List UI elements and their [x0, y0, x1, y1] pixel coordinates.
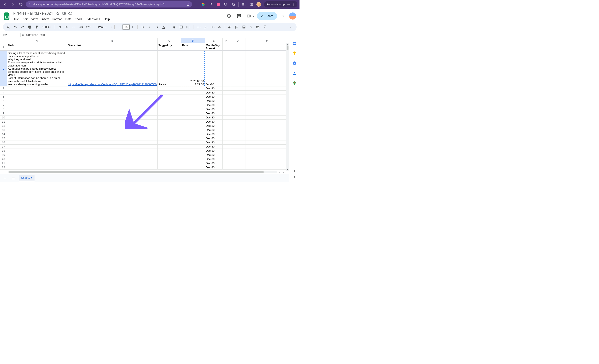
doc-title[interactable]: Fireflies - all tasks-2024	[12, 11, 54, 16]
vertical-scrollbar[interactable]: ▴▾	[286, 43, 289, 171]
column-header-B[interactable]: B	[67, 38, 158, 43]
meet-icon[interactable]	[246, 12, 253, 19]
column-header-D[interactable]: D	[181, 38, 205, 43]
cell[interactable]	[246, 120, 289, 124]
cell[interactable]	[158, 124, 181, 128]
cell[interactable]	[246, 111, 289, 116]
cell[interactable]	[67, 149, 158, 153]
column-header-G[interactable]: G	[230, 38, 246, 43]
cell[interactable]: Dec-30	[205, 165, 222, 169]
keep-icon[interactable]	[292, 51, 297, 55]
cell[interactable]	[181, 144, 205, 149]
sheets-logo-icon[interactable]	[3, 11, 11, 21]
cell[interactable]	[246, 51, 289, 86]
cell[interactable]	[222, 99, 230, 103]
cell[interactable]	[222, 95, 230, 99]
cell[interactable]	[181, 86, 205, 91]
row-header-7[interactable]: 7	[0, 103, 7, 107]
row-header-16[interactable]: 16	[0, 140, 7, 144]
cell[interactable]	[181, 165, 205, 169]
cell[interactable]	[67, 128, 158, 132]
cell[interactable]: Dec-30	[205, 95, 222, 99]
cell[interactable]: Dec-30	[205, 124, 222, 128]
row-header-12[interactable]: 12	[0, 124, 7, 128]
cell[interactable]: Dec-30	[205, 132, 222, 136]
cell[interactable]	[7, 140, 67, 144]
select-all-corner[interactable]	[0, 38, 7, 43]
cell[interactable]	[222, 132, 230, 136]
cell[interactable]	[230, 136, 246, 140]
cell[interactable]	[230, 111, 246, 116]
cell[interactable]	[181, 95, 205, 99]
cell[interactable]: Slack Link	[67, 43, 158, 51]
cell[interactable]	[230, 153, 246, 157]
cell[interactable]	[67, 111, 158, 116]
cell[interactable]	[230, 86, 246, 91]
insert-chart-icon[interactable]	[241, 24, 247, 30]
merge-cells-icon[interactable]: ▾	[185, 24, 191, 30]
cell[interactable]	[158, 116, 181, 120]
cell[interactable]	[246, 86, 289, 91]
cell[interactable]	[222, 124, 230, 128]
text-wrap-icon[interactable]: ▾	[210, 24, 215, 30]
cell[interactable]	[7, 107, 67, 111]
cell[interactable]	[7, 99, 67, 103]
fill-color-icon[interactable]	[171, 24, 177, 30]
row-header-14[interactable]: 14	[0, 132, 7, 136]
cell[interactable]	[158, 107, 181, 111]
cell[interactable]	[7, 103, 67, 107]
undo-icon[interactable]	[12, 24, 18, 30]
cell[interactable]	[7, 144, 67, 149]
cell[interactable]	[181, 153, 205, 157]
cell[interactable]	[181, 91, 205, 95]
cell[interactable]	[7, 149, 67, 153]
cell[interactable]	[222, 116, 230, 120]
cell[interactable]: Date	[181, 43, 205, 51]
cell[interactable]	[181, 140, 205, 144]
cell[interactable]	[67, 95, 158, 99]
star-icon[interactable]	[56, 11, 60, 15]
search-menus-icon[interactable]	[5, 24, 11, 30]
cell[interactable]: Dec-30	[205, 157, 222, 161]
cell[interactable]	[230, 161, 246, 165]
cell[interactable]	[230, 116, 246, 120]
cell[interactable]	[246, 132, 289, 136]
cell[interactable]	[222, 86, 230, 91]
row-header-20[interactable]: 20	[0, 157, 7, 161]
functions-icon[interactable]: Σ	[262, 24, 268, 30]
cell[interactable]	[7, 111, 67, 116]
cell[interactable]	[246, 144, 289, 149]
cell[interactable]	[230, 165, 246, 169]
cell[interactable]	[7, 161, 67, 165]
cell[interactable]	[222, 144, 230, 149]
cell[interactable]	[7, 165, 67, 169]
cell[interactable]	[222, 91, 230, 95]
cell[interactable]	[158, 153, 181, 157]
cell[interactable]	[230, 91, 246, 95]
cell[interactable]: Tagged by	[158, 43, 181, 51]
cell[interactable]	[246, 124, 289, 128]
cell[interactable]	[222, 165, 230, 169]
cell[interactable]	[246, 43, 289, 51]
menu-view[interactable]: View	[30, 17, 39, 22]
calendar-icon[interactable]: 31	[292, 41, 297, 45]
cell[interactable]	[181, 124, 205, 128]
cell[interactable]	[230, 157, 246, 161]
cell[interactable]	[246, 91, 289, 95]
cell[interactable]: Pallav	[158, 51, 181, 86]
cell[interactable]	[230, 95, 246, 99]
row-header-22[interactable]: 22	[0, 165, 7, 169]
cell[interactable]: Month-Day Format	[205, 43, 222, 51]
cell[interactable]	[230, 51, 246, 86]
row-header-19[interactable]: 19	[0, 153, 7, 157]
spreadsheet-grid[interactable]: ABCDEFGH1TaskSlack LinkTagged byDateMont…	[0, 38, 289, 173]
cell[interactable]	[222, 136, 230, 140]
cell[interactable]	[158, 128, 181, 132]
menu-data[interactable]: Data	[64, 17, 73, 22]
cell[interactable]	[181, 111, 205, 116]
cell[interactable]	[67, 116, 158, 120]
cell[interactable]	[67, 136, 158, 140]
menu-extensions[interactable]: Extensions	[84, 17, 102, 22]
cell[interactable]	[158, 161, 181, 165]
cell[interactable]	[7, 132, 67, 136]
